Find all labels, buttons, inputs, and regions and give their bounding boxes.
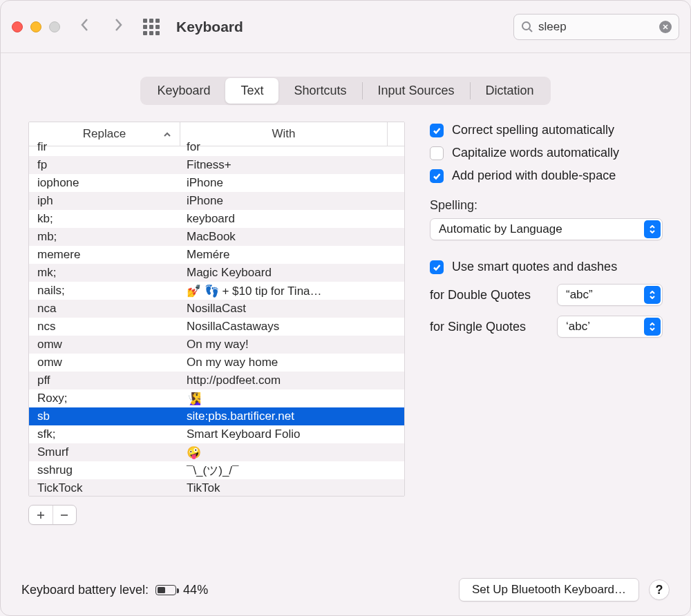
search-icon [521,21,533,33]
with-cell: site:pbs.bartificer.net [180,407,404,425]
battery-icon [155,585,176,595]
table-body[interactable]: firforfpFitness+iophoneiPhoneiphiPhonekb… [29,138,404,496]
replace-cell: TickTock [29,479,180,496]
capitalize-label: Capitalize words automatically [452,146,619,160]
column-header-replace[interactable]: Replace [29,122,180,146]
replace-cell: memere [29,246,180,264]
tab-text[interactable]: Text [225,78,278,104]
search-field[interactable]: sleep [513,14,679,40]
table-row[interactable]: sbsite:pbs.bartificer.net [29,407,404,425]
spelling-value: Automatic by Language [439,222,562,236]
add-period-label: Add period with double-space [452,169,616,183]
help-button[interactable]: ? [649,579,670,600]
replacement-panel: Replace With firforfpFitness+iophoneiPho… [28,122,405,525]
table-row[interactable]: pffhttp://podfeet.com [29,372,404,389]
tabs-segmented-control: KeyboardTextShortcutsInput SourcesDictat… [140,77,550,105]
with-cell: NosillaCast [180,300,404,318]
replace-cell: sb [29,407,180,425]
smart-quotes-checkbox[interactable] [430,260,444,274]
with-cell: iPhone [180,192,404,210]
with-cell: NosillaCastaways [180,318,404,336]
replace-cell: mb; [29,228,180,246]
double-quotes-select[interactable]: “abc” [557,284,663,306]
with-cell: MacBook [180,228,404,246]
pane-title: Keyboard [176,19,513,35]
tab-dictation[interactable]: Dictation [471,78,549,104]
table-row[interactable]: TickTockTikTok [29,479,404,496]
close-window-button[interactable] [12,21,23,32]
spelling-select[interactable]: Automatic by Language [430,218,663,240]
table-row[interactable]: Smurf🤪 [29,443,404,461]
table-row[interactable]: ncaNosillaCast [29,300,404,318]
add-period-row[interactable]: Add period with double-space [430,169,663,183]
table-row[interactable]: ncsNosillaCastaways [29,318,404,336]
replace-cell: nails; [29,282,180,300]
capitalize-checkbox[interactable] [430,146,444,160]
double-quotes-row: for Double Quotes “abc” [430,284,663,306]
with-cell: keyboard [180,210,404,228]
nav-buttons [79,17,124,36]
stepper-icon [644,286,661,304]
with-cell: Memére [180,246,404,264]
replace-cell: Smurf [29,443,180,461]
replace-cell: pff [29,372,180,389]
replace-cell: ncs [29,318,180,336]
capitalize-row[interactable]: Capitalize words automatically [430,146,663,160]
replace-cell: kb; [29,210,180,228]
setup-bluetooth-button[interactable]: Set Up Bluetooth Keyboard… [459,578,639,601]
battery-percent: 44% [183,583,208,597]
search-value: sleep [538,20,654,34]
add-period-checkbox[interactable] [430,169,444,183]
back-button[interactable] [79,17,91,36]
with-cell: Magic Keyboard [180,264,404,282]
table-row[interactable]: iphiPhone [29,192,404,210]
single-quotes-label: for Single Quotes [430,320,547,334]
correct-spelling-row[interactable]: Correct spelling automatically [430,123,663,137]
battery-label: Keyboard battery level: [21,583,149,597]
table-row[interactable]: memereMemére [29,246,404,264]
table-row[interactable]: omwOn my way home [29,354,404,372]
replace-cell: sfk; [29,425,180,443]
svg-line-1 [529,29,532,32]
show-all-prefs-icon[interactable] [143,19,160,35]
stepper-icon [644,220,661,238]
table-row[interactable]: omwOn my way! [29,336,404,354]
table-row[interactable]: mb;MacBook [29,228,404,246]
window-controls [12,21,60,32]
with-cell: 🧏‍♀️ [180,389,404,407]
table-row[interactable]: kb;keyboard [29,210,404,228]
replace-cell: iophone [29,174,180,192]
correct-spelling-label: Correct spelling automatically [452,123,614,137]
smart-quotes-row[interactable]: Use smart quotes and dashes [430,260,663,274]
table-row[interactable]: iophoneiPhone [29,174,404,192]
table-row[interactable]: mk;Magic Keyboard [29,264,404,282]
with-cell: 🤪 [180,443,404,461]
keyboard-prefs-window: Keyboard sleep KeyboardTextShortcutsInpu… [0,0,691,616]
with-cell: TikTok [180,479,404,496]
with-cell: 💅 👣 + $10 tip for Tina… [180,282,404,300]
replace-cell: fp [29,156,180,174]
table-row[interactable]: Roxy;🧏‍♀️ [29,389,404,407]
table-row[interactable]: nails;💅 👣 + $10 tip for Tina… [29,282,404,300]
tab-shortcuts[interactable]: Shortcuts [278,78,361,104]
replace-cell: nca [29,300,180,318]
table-row[interactable]: fpFitness+ [29,156,404,174]
with-cell: On my way! [180,336,404,354]
tab-keyboard[interactable]: Keyboard [142,78,225,104]
tab-input-sources[interactable]: Input Sources [363,78,470,104]
replace-cell: omw [29,336,180,354]
table-row[interactable]: sfk;Smart Keyboard Folio [29,425,404,443]
correct-spelling-checkbox[interactable] [430,124,444,137]
column-header-with[interactable]: With [180,122,388,146]
with-cell: iPhone [180,174,404,192]
forward-button[interactable] [113,17,124,36]
minimize-window-button[interactable] [30,21,41,32]
add-row-button[interactable] [29,506,53,524]
clear-search-icon[interactable] [659,21,672,33]
remove-row-button[interactable] [53,506,77,524]
replace-cell: mk; [29,264,180,282]
single-quotes-value: ‘abc’ [566,320,590,334]
table-row[interactable]: sshrug¯\_(ツ)_/¯ [29,461,404,479]
zoom-window-button [49,21,60,32]
single-quotes-select[interactable]: ‘abc’ [557,316,663,338]
